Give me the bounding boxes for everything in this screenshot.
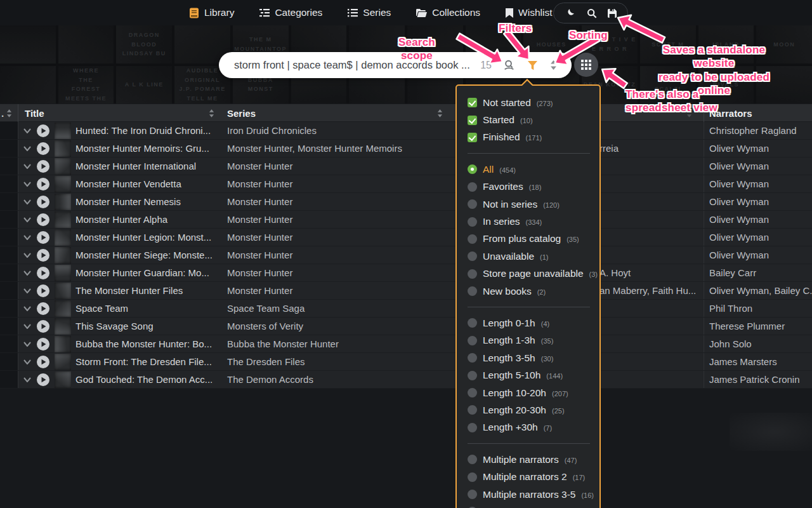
table-row[interactable]: Space Team Space Team Saga Phil Thron [0,300,812,318]
filter-option[interactable]: Not started(273) [468,94,599,111]
table-row[interactable]: Hunted: The Iron Druid Chroni... Iron Dr… [0,122,812,140]
table-row[interactable]: Monster Hunter Guardian: Mo... Monster H… [0,264,812,282]
play-button[interactable] [37,231,49,244]
play-button[interactable] [37,142,49,155]
table-row[interactable]: Monster Hunter Nemesis Monster Hunter Ol… [0,193,812,211]
radio-icon[interactable] [468,388,477,398]
play-button[interactable] [37,213,49,226]
table-row[interactable]: Monster Hunter Legion: Monst... Monster … [0,229,812,246]
radio-icon[interactable] [468,269,477,279]
row-expand-chevron-icon[interactable] [23,288,31,293]
row-expand-chevron-icon[interactable] [23,182,31,187]
filter-option[interactable]: Length 3-5h(30) [468,349,599,366]
filter-option[interactable]: Multiple narrators 2(17) [468,468,599,485]
play-button[interactable] [37,124,49,137]
filter-option[interactable]: Store page unavailable(3) [468,265,599,283]
column-header-series[interactable]: Series [221,104,450,122]
radio-icon[interactable] [468,371,477,380]
play-button[interactable] [37,356,49,368]
search-input[interactable] [233,58,480,72]
spreadsheet-view-button[interactable] [574,53,598,77]
filter-option[interactable]: Finished(171) [468,129,599,146]
nav-tab-library[interactable]: Library [189,7,234,18]
play-button[interactable] [37,302,49,315]
nav-tab-collections[interactable]: Collections [416,7,480,18]
row-expand-chevron-icon[interactable] [23,324,31,329]
filter-option[interactable]: Length 0-1h(4) [468,314,599,331]
row-expand-chevron-icon[interactable] [23,164,31,169]
row-expand-chevron-icon[interactable] [23,235,31,240]
row-expand-chevron-icon[interactable] [23,306,31,311]
nav-tab-wishlist[interactable]: Wishlist [506,7,552,18]
search-scope-icon[interactable] [503,59,515,71]
checkbox-checked-icon[interactable] [468,116,477,125]
radio-icon[interactable] [468,234,477,244]
column-header-extra[interactable]: . [0,104,18,122]
filter-option[interactable]: Favorites(18) [468,178,599,196]
column-header-narrators[interactable]: Narrators [704,104,812,122]
filter-option[interactable]: Multiple narrators 6-10(13) [468,503,599,508]
filter-option[interactable]: Length +30h(7) [468,419,599,436]
sort-icon[interactable] [550,60,557,70]
row-expand-chevron-icon[interactable] [23,377,31,382]
radio-icon[interactable] [468,318,477,328]
table-row[interactable]: Monster Hunter Siege: Monste... Monster … [0,246,812,264]
play-button[interactable] [37,267,49,279]
table-row[interactable]: The Monster Hunter Files Monster Hunter … [0,282,812,300]
table-row[interactable]: Monster Hunter Memoirs: Gru... Monster H… [0,140,812,157]
filter-option[interactable]: Multiple narrators(47) [468,451,599,468]
filter-option[interactable]: Unavailable(1) [468,248,599,265]
table-row[interactable]: Bubba the Monster Hunter: Bo... Bubba th… [0,335,812,353]
play-button[interactable] [37,373,49,386]
table-row[interactable]: God Touched: The Demon Acc... The Demon … [0,371,812,389]
table-row[interactable]: Storm Front: The Dresden File... The Dre… [0,353,812,371]
radio-icon[interactable] [468,455,477,464]
radio-selected-icon[interactable] [468,164,477,174]
radio-icon[interactable] [468,336,477,345]
play-button[interactable] [37,284,49,297]
radio-icon[interactable] [468,217,477,227]
filter-option[interactable]: In series(334) [468,213,599,230]
row-expand-chevron-icon[interactable] [23,253,31,258]
search-icon[interactable] [587,8,597,18]
table-row[interactable]: Monster Hunter International Monster Hun… [0,157,812,175]
filter-funnel-icon[interactable] [527,60,538,70]
play-button[interactable] [37,178,49,190]
radio-icon[interactable] [468,353,477,363]
nav-tab-categories[interactable]: Categories [259,7,322,18]
search-bar[interactable]: 15 [219,52,572,78]
filter-option[interactable]: All(454) [468,161,599,178]
row-expand-chevron-icon[interactable] [23,271,31,276]
play-button[interactable] [37,249,49,262]
table-row[interactable]: Monster Hunter Vendetta Monster Hunter O… [0,175,812,193]
radio-icon[interactable] [468,251,477,261]
checkbox-checked-icon[interactable] [468,98,477,107]
row-expand-chevron-icon[interactable] [23,146,31,151]
checkbox-checked-icon[interactable] [468,133,477,142]
radio-icon[interactable] [468,405,477,415]
filter-option[interactable]: Multiple narrators 3-5(16) [468,486,599,503]
radio-icon[interactable] [468,286,477,296]
play-button[interactable] [37,338,49,351]
filter-option[interactable]: Started(10) [468,111,599,128]
filter-option[interactable]: Not in series(120) [468,196,599,213]
theme-moon-icon[interactable] [565,8,575,18]
filter-option[interactable]: From plus catalog(35) [468,231,599,248]
table-row[interactable]: This Savage Song Monsters of Verity Ther… [0,318,812,335]
filter-option[interactable]: New books(2) [468,283,599,300]
row-expand-chevron-icon[interactable] [23,199,31,204]
table-row[interactable]: Monster Hunter Alpha Monster Hunter Oliv… [0,211,812,229]
radio-icon[interactable] [468,490,477,499]
column-header-title[interactable]: Title [18,104,221,122]
radio-icon[interactable] [468,472,477,482]
row-expand-chevron-icon[interactable] [23,128,31,133]
radio-icon[interactable] [468,199,477,209]
radio-icon[interactable] [468,423,477,432]
play-button[interactable] [37,320,49,333]
filter-option[interactable]: Length 5-10h(144) [468,366,599,384]
filter-option[interactable]: Length 1-3h(35) [468,332,599,349]
row-expand-chevron-icon[interactable] [23,342,31,347]
radio-icon[interactable] [468,182,477,192]
filter-option[interactable]: Length 20-30h(25) [468,401,599,418]
row-expand-chevron-icon[interactable] [23,359,31,364]
